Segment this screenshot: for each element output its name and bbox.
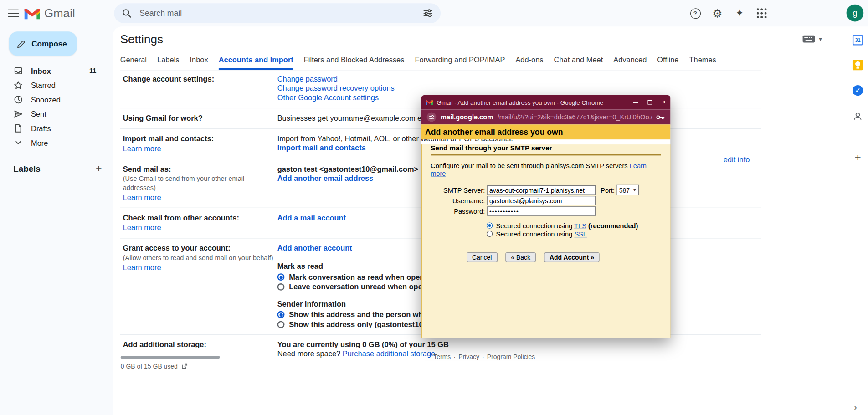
input-tools-toggle[interactable]: ▼ (803, 36, 823, 43)
learn-more-link[interactable]: Learn more (123, 263, 277, 272)
labels-section-header: Labels + (13, 163, 102, 174)
tab-advanced[interactable]: Advanced (613, 51, 647, 70)
radio-unselected[interactable] (277, 321, 285, 328)
radio-selected[interactable] (277, 311, 285, 318)
tab-chat-and-meet[interactable]: Chat and Meet (554, 51, 603, 70)
contacts-icon[interactable] (853, 111, 863, 122)
gmail-settings-page: Gmail ? ⚙ ✦ g (0, 0, 868, 415)
row-note: (Allow others to read and send mail on y… (123, 253, 277, 262)
back-button[interactable]: « Back (505, 252, 536, 262)
radio-selected[interactable] (277, 273, 285, 281)
collapse-panel-chevron-icon[interactable]: › (854, 402, 857, 412)
google-apps-grid-icon[interactable] (755, 7, 768, 20)
add-account-button[interactable]: Add Account » (544, 252, 600, 262)
change-password-recovery-link[interactable]: Change password recovery options (277, 83, 668, 93)
settings-gear-icon[interactable]: ⚙ (711, 7, 724, 20)
search-filter-tune-icon[interactable] (423, 8, 433, 18)
edit-info-link[interactable]: edit info (724, 155, 750, 164)
account-avatar[interactable]: g (847, 5, 864, 22)
radio-selected[interactable] (487, 222, 493, 228)
horizontal-scrollbar[interactable] (121, 356, 220, 359)
maximize-icon[interactable] (648, 100, 652, 105)
tab-themes[interactable]: Themes (689, 51, 716, 70)
settings-tabs: General Labels Inbox Accounts and Import… (120, 51, 761, 71)
document-icon (13, 123, 23, 133)
external-link-icon[interactable] (181, 363, 188, 370)
select-caret-icon: ▼ (632, 188, 637, 193)
tab-filters-blocked[interactable]: Filters and Blocked Addresses (304, 51, 405, 70)
hamburger-menu-icon[interactable] (8, 7, 19, 18)
row-label: Send mail as: (123, 164, 277, 174)
dialog-body: Send mail through your SMTP server Confi… (421, 144, 671, 338)
search-bar[interactable] (114, 3, 441, 23)
password-key-icon[interactable] (656, 114, 665, 121)
smtp-server-label: SMTP Server: (422, 186, 487, 194)
terms-link[interactable]: Terms (433, 354, 451, 360)
compose-button[interactable]: Compose (9, 31, 77, 56)
sidebar-item-label: Inbox (31, 67, 51, 75)
help-icon[interactable]: ? (688, 7, 702, 20)
program-policies-link[interactable]: Program Policies (487, 354, 535, 360)
purchase-additional-storage-link[interactable]: Purchase additional storage (343, 350, 435, 358)
dialog-buttons: Cancel « Back Add Account » (422, 252, 670, 262)
popup-title-bar[interactable]: Gmail - Add another email address you ow… (421, 95, 671, 110)
tab-offline[interactable]: Offline (657, 51, 678, 70)
keep-icon[interactable] (853, 60, 863, 70)
tab-add-ons[interactable]: Add-ons (515, 51, 543, 70)
radio-unselected[interactable] (487, 231, 493, 237)
need-more-space-text: Need more space? (277, 350, 341, 358)
smtp-section-title: Send mail through your SMTP server (431, 144, 661, 152)
sidebar-item-sent[interactable]: Sent (0, 107, 108, 121)
sidebar-item-snoozed[interactable]: Snoozed (0, 92, 108, 107)
learn-more-link[interactable]: Learn more (123, 144, 277, 154)
caret-down-icon: ▼ (818, 36, 823, 42)
change-password-link[interactable]: Change password (277, 74, 668, 84)
sidebar-item-drafts[interactable]: Drafts (0, 121, 108, 136)
tab-labels[interactable]: Labels (157, 51, 179, 70)
sidebar-item-label: Snoozed (31, 96, 61, 104)
gemini-sparkle-icon[interactable]: ✦ (733, 7, 746, 20)
learn-more-link[interactable]: Learn more (123, 223, 277, 233)
tab-inbox[interactable]: Inbox (190, 51, 208, 70)
gmail-logo[interactable]: Gmail (24, 7, 75, 20)
tls-link[interactable]: TLS (574, 222, 586, 230)
privacy-link[interactable]: Privacy (458, 354, 479, 360)
minimize-icon[interactable] (633, 102, 638, 102)
username-input[interactable] (487, 196, 596, 205)
tasks-icon[interactable]: ✓ (853, 85, 863, 96)
cancel-button[interactable]: Cancel (467, 252, 498, 262)
tab-general[interactable]: General (120, 51, 147, 70)
radio-unselected[interactable] (277, 283, 285, 291)
create-label-plus-icon[interactable]: + (96, 163, 102, 174)
ssl-link[interactable]: SSL (574, 230, 587, 238)
smtp-server-input[interactable] (487, 185, 596, 195)
search-input[interactable] (139, 8, 423, 18)
site-info-icon[interactable] (427, 113, 437, 122)
sidebar-item-label: Drafts (31, 124, 51, 133)
password-input[interactable] (487, 206, 596, 216)
tab-accounts-and-import[interactable]: Accounts and Import (219, 51, 293, 70)
tls-option[interactable]: Secured connection using TLS (recommende… (487, 221, 670, 230)
port-select[interactable]: 587 ▼ (617, 185, 639, 195)
close-icon[interactable]: ✕ (662, 100, 666, 105)
calendar-icon[interactable]: 31 (853, 35, 863, 46)
row-note: (Use Gmail to send from your other email… (123, 174, 277, 192)
top-bar: Gmail ? ⚙ ✦ g (0, 0, 868, 26)
labels-title: Labels (13, 164, 41, 174)
sidebar-item-starred[interactable]: Starred (0, 78, 108, 92)
learn-more-link[interactable]: Learn more (123, 193, 277, 202)
storage-usage-text: You are currently using 0 GB (0%) of you… (277, 340, 668, 349)
add-addon-plus-icon[interactable]: + (853, 152, 863, 163)
tab-forwarding-pop-imap[interactable]: Forwarding and POP/IMAP (415, 51, 505, 70)
send-icon (13, 109, 23, 119)
popup-address-bar[interactable]: mail.google.com/mail/u/2/?ui=2&ik=ddc3a6… (421, 110, 671, 125)
recommended-text: (recommended) (588, 222, 638, 230)
sidebar-item-inbox[interactable]: Inbox 11 (0, 64, 108, 78)
clock-icon (13, 95, 23, 105)
url-host: mail.google.com (441, 113, 493, 121)
row-label: Import mail and contacts: (123, 134, 277, 143)
sidebar-item-label: Sent (31, 110, 46, 118)
sidebar-item-more[interactable]: More (0, 136, 108, 150)
smtp-form: SMTP Server: Port: 587 ▼ Username: Passw… (422, 185, 670, 216)
ssl-option[interactable]: Secured connection using SSL (487, 230, 670, 238)
